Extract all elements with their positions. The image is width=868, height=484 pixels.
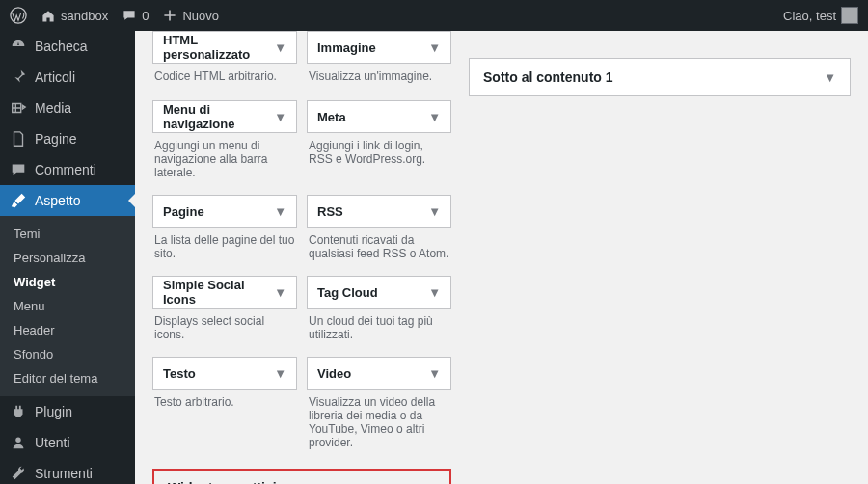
widget-pages-desc: La lista delle pagine del tuo sito. [152,229,297,270]
avatar [841,7,858,24]
chevron-down-icon: ▼ [428,110,441,124]
chevron-down-icon: ▼ [274,110,286,124]
new-label: Nuovo [182,9,219,23]
widget-areas: Sotto al contenuto 1 ▼ [469,31,851,484]
menu-dashboard[interactable]: Bacheca [0,31,135,62]
chevron-down-icon: ▼ [274,40,286,55]
submenu-header[interactable]: Header [0,318,135,342]
submenu-widgets[interactable]: Widget [0,270,135,294]
widget-video-desc: Visualizza un video della libreria dei m… [307,391,451,459]
plugin-icon [10,403,27,420]
chevron-down-icon: ▼ [428,366,441,381]
menu-comments-label: Commenti [35,162,96,177]
widget-meta-desc: Aggiungi i link di login, RSS e WordPres… [307,135,451,175]
widget-html[interactable]: HTML personalizzato ▼ [152,31,297,64]
widget-image-desc: Visualizza un'immagine. [307,66,451,94]
menu-plugins-label: Plugin [35,404,72,419]
home-icon [41,8,56,23]
content-area: HTML personalizzato ▼ Codice HTML arbitr… [135,31,868,484]
sidebar-area-label: Sotto al contenuto 1 [483,69,613,85]
menu-media-label: Media [35,100,71,116]
widget-tagcloud[interactable]: Tag Cloud ▼ [307,276,451,309]
widget-tagcloud-desc: Un cloud dei tuoi tag più utilizzati. [307,310,451,351]
menu-tools-label: Strumenti [35,466,93,481]
submenu-themes[interactable]: Temi [0,222,135,246]
sidebar-area-below-content-1[interactable]: Sotto al contenuto 1 ▼ [469,58,851,96]
widget-image[interactable]: Immagine ▼ [307,31,451,64]
admin-toolbar: sandbox 0 Nuovo Ciao, test [0,0,868,31]
menu-appearance-label: Aspetto [35,193,80,208]
menu-posts[interactable]: Articoli [0,62,135,93]
menu-pages-label: Pagine [35,131,77,147]
widget-pages-title: Pagine [163,204,204,219]
widget-pages[interactable]: Pagine ▼ [152,195,297,228]
widget-navmenu[interactable]: Menu di navigazione ▼ [152,100,297,133]
site-link[interactable]: sandbox [41,8,108,23]
comment-icon [10,161,27,178]
available-widgets: HTML personalizzato ▼ Codice HTML arbitr… [152,31,451,484]
widget-rss-desc: Contenuti ricavati da qualsiasi feed RSS… [307,229,451,270]
widget-meta-title: Meta [317,110,346,124]
greeting: Ciao, test [783,9,836,23]
admin-sidebar: Bacheca Articoli Media Pagine Commenti A… [0,31,135,484]
comments-count: 0 [142,9,149,23]
chevron-down-icon: ▼ [274,204,286,219]
submenu-customize[interactable]: Personalizza [0,246,135,270]
wp-logo[interactable] [10,7,27,24]
widget-social[interactable]: Simple Social Icons ▼ [152,276,297,309]
widget-navmenu-title: Menu di navigazione [163,102,274,131]
menu-appearance[interactable]: Aspetto [0,185,135,216]
menu-posts-label: Articoli [35,69,75,85]
submenu-editor[interactable]: Editor del tema [0,366,135,390]
comment-icon [122,8,137,23]
widget-rss-title: RSS [317,204,343,219]
menu-comments[interactable]: Commenti [0,154,135,185]
pin-icon [10,68,27,86]
menu-media[interactable]: Media [0,93,135,123]
widget-image-title: Immagine [317,40,376,55]
chevron-down-icon: ▼ [274,366,286,381]
chevron-down-icon: ▼ [274,285,286,300]
menu-dashboard-label: Bacheca [35,39,87,54]
menu-plugins[interactable]: Plugin [0,396,135,427]
plus-icon [162,8,177,23]
brush-icon [10,192,27,209]
chevron-down-icon: ▼ [428,40,441,55]
tools-icon [10,465,27,482]
inactive-title: Widget non attivi [168,480,436,484]
menu-users[interactable]: Utenti [0,427,135,458]
widget-meta[interactable]: Meta ▼ [307,100,451,133]
widget-social-title: Simple Social Icons [163,278,274,307]
widget-navmenu-desc: Aggiungi un menu di navigazione alla bar… [152,135,297,189]
widget-text[interactable]: Testo ▼ [152,357,297,390]
appearance-submenu: Temi Personalizza Widget Menu Header Sfo… [0,216,135,396]
wordpress-icon [10,7,27,24]
menu-tools[interactable]: Strumenti [0,458,135,484]
dashboard-icon [10,38,27,55]
inactive-widgets-panel: Widget non attivi Trascinare qui i widge… [152,469,451,484]
chevron-down-icon: ▼ [428,204,441,219]
widget-video-title: Video [317,366,351,381]
chevron-down-icon: ▼ [428,285,441,300]
widget-rss[interactable]: RSS ▼ [307,195,451,228]
new-content-link[interactable]: Nuovo [162,8,219,23]
svg-point-1 [15,438,20,443]
widget-html-desc: Codice HTML arbitrario. [152,66,297,94]
menu-pages[interactable]: Pagine [0,123,135,154]
media-icon [10,99,27,117]
widget-html-title: HTML personalizzato [163,33,274,62]
users-icon [10,434,27,451]
widget-text-desc: Testo arbitrario. [152,391,297,420]
widget-video[interactable]: Video ▼ [307,357,451,390]
chevron-down-icon: ▼ [824,70,836,85]
widget-social-desc: Displays select social icons. [152,310,297,351]
menu-users-label: Utenti [35,435,70,450]
submenu-background[interactable]: Sfondo [0,342,135,366]
submenu-menus[interactable]: Menu [0,294,135,318]
page-icon [10,130,27,148]
widget-tagcloud-title: Tag Cloud [317,285,378,300]
widget-text-title: Testo [163,366,196,381]
comments-link[interactable]: 0 [122,8,149,23]
account-link[interactable]: Ciao, test [783,7,858,24]
site-name: sandbox [61,9,108,23]
